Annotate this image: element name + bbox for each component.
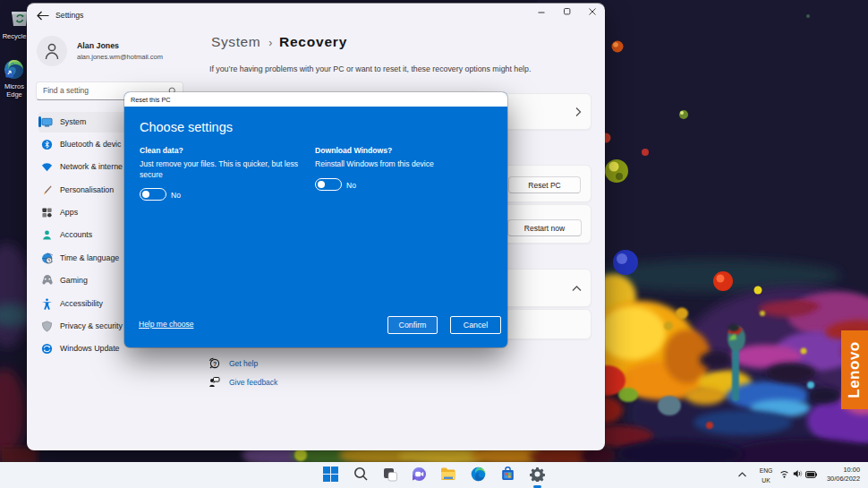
svg-text:?: ? [213,361,217,367]
